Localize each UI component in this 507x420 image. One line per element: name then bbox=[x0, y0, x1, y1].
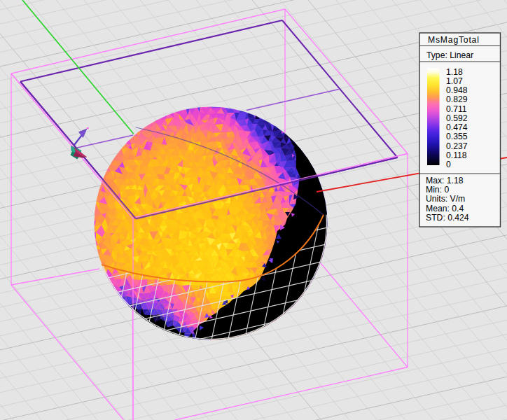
svg-text:MsMagTotal: MsMagTotal bbox=[428, 35, 480, 45]
svg-text:0.355: 0.355 bbox=[446, 132, 468, 141]
svg-text:Mean: 0.4: Mean: 0.4 bbox=[426, 204, 464, 214]
svg-text:0.237: 0.237 bbox=[446, 141, 468, 151]
svg-text:0.474: 0.474 bbox=[446, 122, 468, 132]
svg-text:0.829: 0.829 bbox=[446, 94, 468, 104]
svg-text:Type: Linear: Type: Linear bbox=[426, 50, 473, 60]
svg-text:Units: V/m: Units: V/m bbox=[426, 194, 465, 204]
svg-text:0.711: 0.711 bbox=[446, 104, 467, 114]
svg-text:Min: 0: Min: 0 bbox=[426, 185, 449, 195]
svg-text:Max: 1.18: Max: 1.18 bbox=[426, 176, 464, 186]
svg-text:STD: 0.424: STD: 0.424 bbox=[426, 213, 469, 223]
svg-text:0.948: 0.948 bbox=[446, 85, 468, 95]
svg-text:1.07: 1.07 bbox=[446, 76, 463, 86]
svg-text:0: 0 bbox=[446, 160, 451, 169]
svg-text:0.118: 0.118 bbox=[446, 150, 467, 160]
svg-text:0.592: 0.592 bbox=[446, 113, 468, 123]
svg-text:1.18: 1.18 bbox=[446, 67, 463, 77]
